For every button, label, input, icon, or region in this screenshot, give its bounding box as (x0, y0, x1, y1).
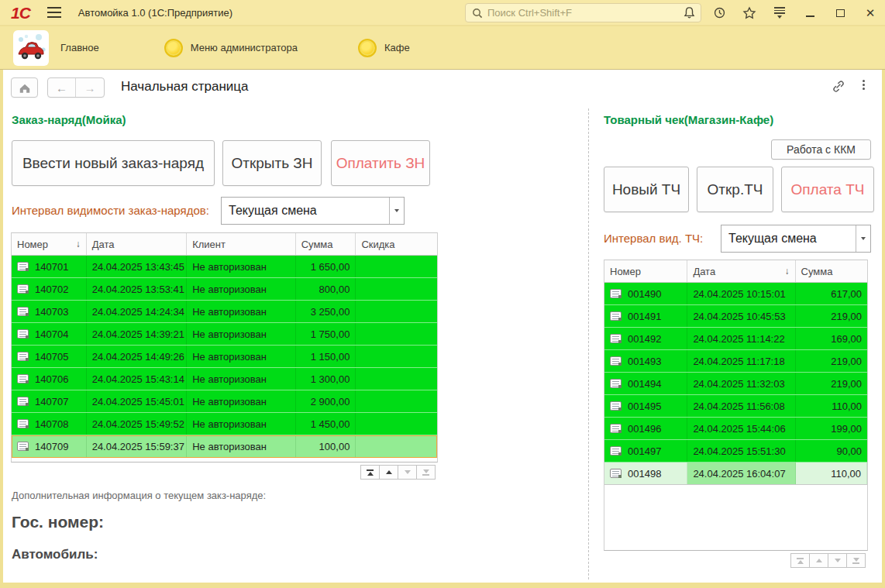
table-cell[interactable]: 24.04.2025 15:43:14 (87, 368, 188, 390)
table-cell[interactable]: Не авторизован (187, 256, 295, 277)
table-cell[interactable]: Не авторизован (187, 435, 295, 457)
minimize-button[interactable] (803, 6, 817, 20)
receipt-row[interactable]: 00149424.04.2025 11:32:03219,00 (604, 373, 867, 395)
chevron-down-icon[interactable] (389, 198, 404, 224)
column-header-sum[interactable]: Сумма (296, 233, 356, 255)
go-first-button[interactable] (360, 465, 380, 480)
table-cell[interactable] (356, 435, 437, 457)
table-cell[interactable]: Не авторизован (187, 323, 295, 345)
home-button[interactable] (11, 77, 38, 98)
receipt-row[interactable]: 00149324.04.2025 11:17:18219,00 (604, 350, 867, 373)
order-row[interactable]: 14070224.04.2025 13:53:41Не авторизован8… (12, 278, 437, 301)
table-cell[interactable] (356, 323, 437, 345)
table-cell[interactable]: 617,00 (796, 283, 867, 304)
table-cell[interactable]: 1 750,00 (296, 323, 356, 345)
order-row[interactable]: 14070324.04.2025 14:24:34Не авторизован3… (12, 301, 437, 323)
section-admin-menu[interactable]: Меню администратора (164, 39, 298, 57)
order-row[interactable]: 14070524.04.2025 14:49:26Не авторизован1… (12, 346, 437, 368)
main-menu-icon[interactable] (46, 6, 63, 19)
more-menu-icon[interactable] (859, 80, 868, 90)
table-cell[interactable]: 001495 (604, 395, 687, 417)
table-cell[interactable]: 24.04.2025 16:04:07 (687, 462, 795, 484)
table-cell[interactable] (356, 278, 437, 300)
table-cell[interactable]: 140709 (12, 435, 87, 457)
table-cell[interactable]: 001496 (604, 418, 687, 439)
order-row[interactable]: 14070924.04.2025 15:59:37Не авторизован1… (12, 435, 437, 458)
search-input[interactable] (487, 7, 694, 19)
pay-order-button[interactable]: Оплатить ЗН (331, 140, 430, 186)
table-cell[interactable]: 140704 (12, 323, 87, 345)
new-receipt-button[interactable]: Новый ТЧ (604, 167, 689, 212)
table-cell[interactable]: 24.04.2025 14:24:34 (87, 301, 188, 322)
column-header-client[interactable]: Клиент (187, 233, 295, 255)
table-cell[interactable]: Не авторизован (187, 368, 295, 390)
go-next-button[interactable] (828, 553, 847, 568)
table-cell[interactable]: 24.04.2025 15:49:52 (87, 413, 188, 435)
table-cell[interactable]: 3 250,00 (296, 301, 356, 322)
table-cell[interactable]: 24.04.2025 14:39:21 (87, 323, 188, 345)
kkm-button[interactable]: Работа с ККМ (771, 139, 871, 160)
table-cell[interactable] (356, 390, 437, 412)
table-cell[interactable]: Не авторизован (187, 413, 295, 435)
table-cell[interactable]: 24.04.2025 15:51:30 (687, 440, 795, 462)
column-header-date[interactable]: Дата (87, 233, 188, 255)
table-cell[interactable]: 001497 (604, 440, 687, 462)
table-cell[interactable]: Не авторизован (187, 390, 295, 412)
open-receipt-button[interactable]: Откр.ТЧ (697, 167, 773, 212)
receipt-row[interactable]: 00149524.04.2025 11:56:08110,00 (604, 395, 867, 418)
table-cell[interactable] (356, 301, 437, 322)
table-cell[interactable]: 1 450,00 (296, 413, 356, 435)
order-row[interactable]: 14070624.04.2025 15:43:14Не авторизован1… (12, 368, 437, 390)
column-header-number[interactable]: Номер↓ (12, 233, 87, 255)
history-icon[interactable] (712, 6, 726, 20)
table-cell[interactable]: 001493 (604, 350, 687, 372)
get-link-icon[interactable] (831, 79, 846, 97)
table-cell[interactable]: 24.04.2025 13:53:41 (87, 278, 188, 300)
table-cell[interactable]: 219,00 (796, 305, 867, 327)
table-cell[interactable]: 2 900,00 (296, 390, 356, 412)
go-prev-button[interactable] (379, 465, 398, 480)
table-cell[interactable]: 001492 (604, 328, 687, 349)
receipt-row[interactable]: 00149724.04.2025 15:51:3090,00 (604, 440, 867, 462)
receipts-interval-select[interactable]: Текущая смена (721, 225, 871, 253)
pay-receipt-button[interactable]: Оплата ТЧ (781, 167, 874, 212)
receipt-row[interactable]: 00149224.04.2025 11:14:22169,00 (604, 328, 867, 350)
favorites-star-icon[interactable] (742, 6, 756, 20)
table-cell[interactable]: 140705 (12, 346, 87, 367)
table-cell[interactable]: 140702 (12, 278, 87, 300)
open-order-button[interactable]: Открыть ЗН (222, 140, 322, 186)
table-cell[interactable]: 001498 (604, 462, 687, 484)
go-first-button[interactable] (790, 553, 810, 568)
table-cell[interactable]: 110,00 (796, 395, 867, 417)
table-cell[interactable]: 100,00 (296, 435, 356, 457)
table-cell[interactable]: 24.04.2025 13:43:45 (87, 256, 188, 277)
table-cell[interactable]: 169,00 (796, 328, 867, 349)
table-cell[interactable] (356, 256, 437, 277)
notifications-bell-icon[interactable] (682, 6, 696, 20)
table-cell[interactable]: Не авторизован (187, 346, 295, 367)
receipt-row[interactable]: 00149824.04.2025 16:04:07110,00 (604, 462, 867, 485)
table-cell[interactable] (356, 346, 437, 367)
table-cell[interactable]: 199,00 (796, 418, 867, 439)
table-cell[interactable]: 24.04.2025 11:14:22 (687, 328, 795, 349)
table-cell[interactable]: 140708 (12, 413, 87, 435)
service-menu-icon[interactable] (773, 6, 787, 20)
table-cell[interactable]: 140703 (12, 301, 87, 322)
back-button[interactable]: ← (48, 78, 76, 97)
receipt-row[interactable]: 00149624.04.2025 15:44:06199,00 (604, 418, 867, 440)
table-cell[interactable] (356, 368, 437, 390)
column-header-number[interactable]: Номер (604, 260, 687, 282)
table-cell[interactable]: 140706 (12, 368, 87, 390)
table-cell[interactable]: 140707 (12, 390, 87, 412)
order-row[interactable]: 14070424.04.2025 14:39:21Не авторизован1… (12, 323, 437, 346)
table-cell[interactable]: 219,00 (796, 350, 867, 372)
table-cell[interactable]: 1 300,00 (296, 368, 356, 390)
order-row[interactable]: 14070724.04.2025 15:45:01Не авторизован2… (12, 390, 437, 413)
global-search[interactable] (465, 3, 701, 22)
order-row[interactable]: 14070824.04.2025 15:49:52Не авторизован1… (12, 413, 437, 435)
table-cell[interactable]: 24.04.2025 14:49:26 (87, 346, 188, 367)
table-cell[interactable]: 24.04.2025 10:45:53 (687, 305, 795, 327)
table-cell[interactable] (356, 413, 437, 435)
table-cell[interactable]: 001491 (604, 305, 687, 327)
chevron-down-icon[interactable] (856, 225, 870, 252)
